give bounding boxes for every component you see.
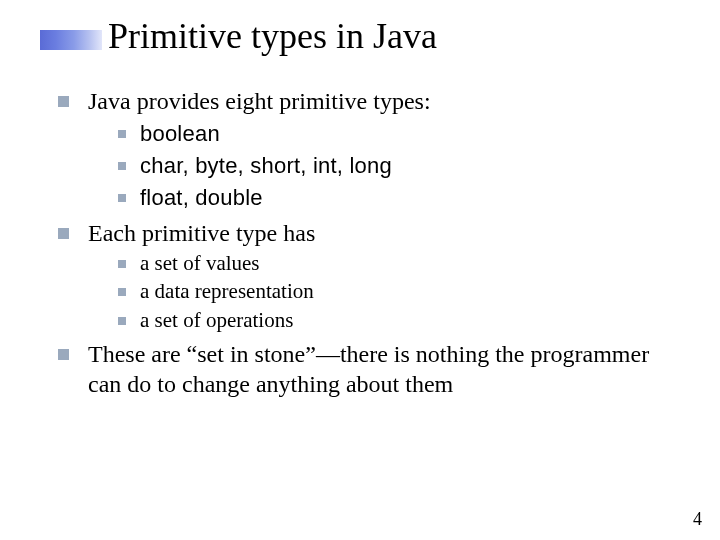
bullet-1-sub-1: boolean: [88, 118, 680, 148]
bullet-2-sub-3: a set of operations: [88, 307, 680, 333]
title-area: Primitive types in Java: [40, 18, 437, 56]
code-text: char, byte, short, int, long: [140, 153, 392, 178]
bullet-2-sub-2: a data representation: [88, 278, 680, 304]
sub-text: a data representation: [140, 279, 314, 303]
top-level-list: Java provides eight primitive types: boo…: [58, 86, 680, 399]
bullet-1-sub-2: char, byte, short, int, long: [88, 150, 680, 180]
bullet-1: Java provides eight primitive types: boo…: [58, 86, 680, 212]
slide-title: Primitive types in Java: [108, 18, 437, 56]
bullet-3-text: These are “set in stone”—there is nothin…: [88, 341, 649, 397]
page-number: 4: [693, 509, 702, 530]
code-text: float, double: [140, 185, 263, 210]
bullet-2-text: Each primitive type has: [88, 220, 315, 246]
bullet-2-sublist: a set of values a data representation a …: [88, 250, 680, 333]
sub-text: a set of operations: [140, 308, 293, 332]
code-text: boolean: [140, 121, 220, 146]
bullet-3: These are “set in stone”—there is nothin…: [58, 339, 680, 399]
bullet-2: Each primitive type has a set of values …: [58, 218, 680, 333]
bullet-1-text: Java provides eight primitive types:: [88, 88, 431, 114]
bullet-1-sublist: boolean char, byte, short, int, long flo…: [88, 118, 680, 212]
slide-body: Java provides eight primitive types: boo…: [58, 86, 680, 405]
bullet-2-sub-1: a set of values: [88, 250, 680, 276]
title-accent-bar: [40, 30, 102, 50]
sub-text: a set of values: [140, 251, 260, 275]
slide: Primitive types in Java Java provides ei…: [0, 0, 720, 540]
bullet-1-sub-3: float, double: [88, 182, 680, 212]
